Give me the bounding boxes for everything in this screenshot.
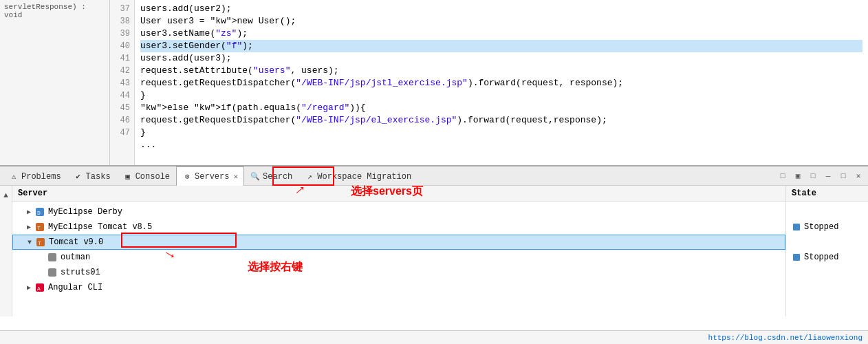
server-item-outman[interactable]: outman [12, 250, 785, 265]
state-spacer-1 [786, 204, 868, 219]
code-line: request.setAttribute("users", users); [140, 65, 862, 77]
bottom-panel: ⚠Problems✔Tasks▣Console⚙Servers✕🔍Search↗… [0, 165, 868, 316]
line-number: 37 [110, 3, 130, 15]
status-bar: https://blog.csdn.net/liaowenxiong [0, 330, 868, 344]
workspace-tab-icon: ↗ [305, 172, 314, 182]
tasks-tab-icon: ✔ [74, 172, 83, 182]
bottom-panel-wrapper: ⚠Problems✔Tasks▣Console⚙Servers✕🔍Search↗… [0, 165, 868, 330]
angular-icon: A [34, 282, 45, 293]
tab-bar-toolbar: □▣□—□✕ [776, 166, 868, 185]
panel-left-bar: ▲ [0, 186, 12, 316]
state-list: StoppedStopped [786, 202, 868, 316]
svg-rect-10 [793, 224, 800, 230]
server-area: Server ▶DMyEclipse Derby▶TMyEclipse Tomc… [12, 186, 785, 316]
status-url[interactable]: https://blog.csdn.net/liaowenxiong [708, 334, 862, 342]
line-number: 46 [110, 114, 130, 127]
line-number: 44 [110, 89, 130, 102]
derby-icon: D [34, 206, 45, 217]
code-line: User user3 = "kw">new User(); [140, 15, 862, 28]
svg-text:D: D [37, 210, 41, 216]
svg-text:T: T [38, 240, 41, 246]
server-item-derby[interactable]: ▶DMyEclipse Derby [12, 204, 785, 219]
code-line: user3.setName("zs"); [140, 28, 862, 40]
tab-bar: ⚠Problems✔Tasks▣Console⚙Servers✕🔍Search↗… [0, 166, 868, 186]
state-item-derby-state: Stopped [786, 219, 868, 235]
problems-tab-icon: ⚠ [9, 172, 19, 182]
toolbar-btn-3[interactable]: — [821, 169, 835, 183]
server-item-tomcat9[interactable]: ▼TTomcat v9.0 [12, 235, 785, 250]
tomcat9-state-state-label: Stopped [804, 252, 838, 262]
gutter-label: servletResponse) : void [4, 3, 105, 19]
state-header: State [786, 186, 868, 202]
line-number: 38 [110, 15, 130, 28]
svg-text:A: A [37, 286, 41, 292]
tab-servers[interactable]: ⚙Servers✕ [176, 166, 244, 186]
servers-tab-icon: ⚙ [182, 172, 192, 182]
servers-tab-close[interactable]: ✕ [233, 172, 238, 181]
state-column: State StoppedStopped [785, 186, 868, 316]
code-content: users.add(user2); User user3 = "kw">new … [135, 0, 868, 165]
derby-label: MyEclipse Derby [48, 207, 122, 217]
tomcat8-label: MyEclipse Tomcat v8.5 [48, 222, 152, 232]
tomcat9-state-state-icon [792, 252, 801, 262]
tab-console[interactable]: ▣Console [117, 166, 176, 186]
server-item-struts01[interactable]: struts01 [12, 265, 785, 280]
code-line: request.getRequestDispatcher("/WEB-INF/j… [140, 77, 862, 89]
struts01-label: struts01 [61, 268, 100, 277]
toolbar-btn-0[interactable]: □ [776, 169, 790, 183]
search-tab-icon: 🔍 [250, 172, 260, 182]
line-number: 40 [110, 40, 130, 52]
line-numbers: 3738394041424344454647 [110, 0, 135, 165]
angular-label: Angular CLI [48, 283, 102, 292]
tomcat9-expand-arrow[interactable]: ▼ [25, 238, 34, 246]
tomcat9-label: Tomcat v9.0 [49, 237, 103, 247]
servers-tab-label: Servers [195, 172, 229, 182]
left-gutter: servletResponse) : void [0, 0, 110, 165]
panel-content: ▲ Server ▶DMyEclipse Derby▶TMyEclipse To… [0, 186, 868, 316]
struts01-expand-arrow[interactable] [37, 268, 45, 277]
outman-label: outman [61, 252, 90, 262]
code-line: ... [140, 139, 862, 151]
struts01-icon [47, 267, 58, 278]
state-item-tomcat9-state: Stopped [786, 250, 868, 265]
angular-expand-arrow[interactable]: ▶ [25, 283, 33, 292]
code-area: servletResponse) : void 3738394041424344… [0, 0, 868, 165]
toolbar-btn-4[interactable]: □ [836, 169, 850, 183]
state-header-label: State [792, 189, 816, 198]
svg-rect-11 [793, 254, 800, 261]
tomcat8-expand-arrow[interactable]: ▶ [25, 223, 33, 231]
toolbar-btn-1[interactable]: ▣ [791, 169, 805, 183]
line-number: 41 [110, 52, 130, 65]
outman-icon [47, 252, 58, 263]
server-item-angular[interactable]: ▶AAngular CLI [12, 280, 785, 295]
panel-scroll-up[interactable]: ▲ [0, 189, 13, 202]
tab-problems[interactable]: ⚠Problems [3, 166, 67, 186]
line-number: 43 [110, 77, 130, 89]
svg-rect-7 [48, 268, 56, 277]
toolbar-btn-5[interactable]: ✕ [851, 169, 865, 183]
derby-state-state-label: Stopped [804, 222, 838, 232]
outman-expand-arrow[interactable] [37, 253, 45, 261]
tab-workspace[interactable]: ↗Workspace Migration [299, 166, 417, 186]
console-tab-icon: ▣ [123, 172, 133, 182]
state-spacer-2 [786, 235, 868, 250]
workspace-tab-label: Workspace Migration [317, 172, 411, 182]
toolbar-btn-2[interactable]: □ [806, 169, 820, 183]
tomcat8-icon: T [34, 222, 45, 233]
line-number: 42 [110, 65, 130, 77]
problems-tab-label: Problems [21, 172, 61, 182]
code-line: user3.setGender("f"); [140, 40, 862, 52]
code-line: } [140, 89, 862, 102]
derby-expand-arrow[interactable]: ▶ [25, 208, 33, 216]
derby-state-state-icon [792, 222, 801, 232]
server-list[interactable]: ▶DMyEclipse Derby▶TMyEclipse Tomcat v8.5… [12, 202, 785, 316]
code-line: request.getRequestDispatcher("/WEB-INF/j… [140, 114, 862, 127]
server-header: Server [12, 186, 785, 202]
tab-tasks[interactable]: ✔Tasks [67, 166, 117, 186]
search-tab-label: Search [263, 172, 292, 182]
console-tab-label: Console [135, 172, 170, 182]
server-header-label: Server [18, 189, 47, 198]
server-item-tomcat8[interactable]: ▶TMyEclipse Tomcat v8.5 [12, 219, 785, 235]
tab-search[interactable]: 🔍Search [244, 166, 299, 186]
code-line: users.add(user2); [140, 3, 862, 15]
